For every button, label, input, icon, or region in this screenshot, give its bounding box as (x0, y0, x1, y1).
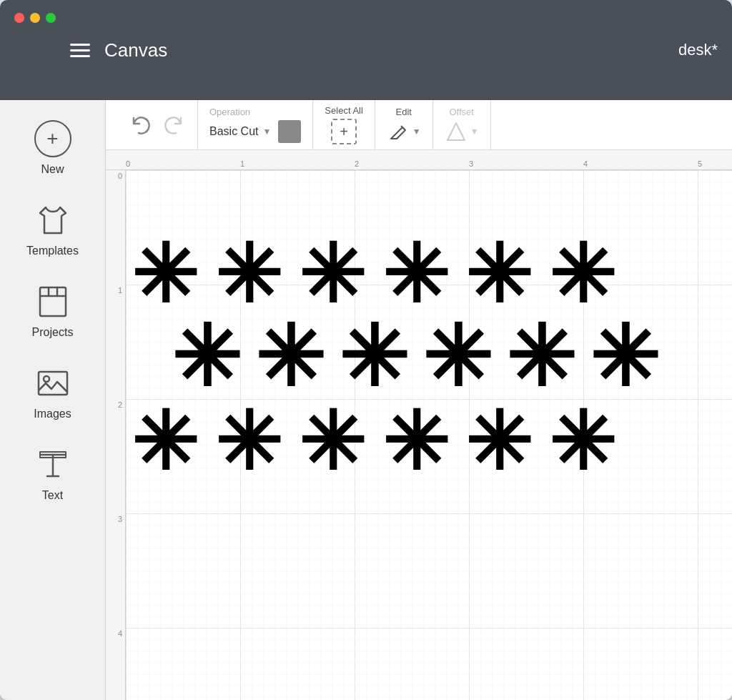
main-layout: + New Templates Projects (0, 100, 732, 700)
svg-rect-4 (39, 372, 67, 395)
plus-circle-icon: + (34, 120, 71, 157)
ruler-left: 0 1 2 3 4 (106, 170, 126, 700)
sidebar-label-text: Text (42, 489, 63, 502)
redo-button[interactable] (160, 111, 189, 139)
svg-text:✳: ✳ (589, 310, 659, 404)
hamburger-menu[interactable] (70, 44, 90, 57)
svg-text:✳: ✳ (548, 230, 615, 320)
color-swatch[interactable] (278, 120, 301, 143)
operation-label: Operation (209, 107, 301, 117)
svg-text:✳: ✳ (548, 398, 615, 487)
operation-value: Basic Cut (209, 125, 258, 138)
ruler-left-mark-2: 2 (118, 400, 122, 409)
svg-text:✳: ✳ (254, 310, 325, 404)
operation-select-wrapper[interactable]: Basic Cut ▼ (209, 125, 271, 138)
ruler-top: 0 1 2 3 4 5 (106, 150, 732, 170)
undo-button[interactable] (126, 111, 154, 139)
svg-text:✳: ✳ (131, 398, 198, 487)
canvas-wrapper: 0 1 2 3 4 5 0 1 2 3 (106, 150, 732, 700)
svg-text:✳: ✳ (382, 398, 449, 487)
sidebar-item-images[interactable]: Images (0, 352, 105, 433)
offset-icon (445, 120, 468, 143)
svg-text:✳: ✳ (382, 230, 449, 320)
close-button[interactable] (14, 13, 24, 23)
traffic-lights (14, 13, 56, 23)
svg-text:✳: ✳ (214, 398, 282, 487)
workspace-name: desk* (678, 41, 718, 59)
undo-redo-group (117, 100, 198, 149)
svg-text:✳: ✳ (298, 230, 365, 320)
undo-icon (130, 115, 150, 135)
svg-point-5 (44, 376, 49, 382)
hamburger-line (70, 44, 90, 46)
maximize-button[interactable] (46, 13, 56, 23)
sidebar-label-templates: Templates (26, 245, 79, 257)
edit-group[interactable]: Edit ▼ (375, 100, 433, 149)
edit-chevron-icon: ▼ (412, 127, 421, 137)
svg-text:✳: ✳ (505, 310, 575, 404)
chevron-down-icon: ▼ (262, 127, 271, 137)
sidebar-item-projects[interactable]: Projects (0, 270, 105, 352)
shirt-icon (34, 202, 71, 239)
svg-text:✳: ✳ (338, 310, 408, 404)
ruler-mark-0: 0 (126, 159, 130, 168)
svg-text:✳: ✳ (131, 230, 198, 320)
redo-icon (164, 115, 184, 135)
operation-select-row: Basic Cut ▼ (209, 120, 301, 143)
sidebar-label-projects: Projects (32, 326, 74, 339)
offset-chevron-icon: ▼ (470, 127, 479, 137)
title-bar: Canvas desk* (0, 0, 732, 100)
text-icon (34, 446, 71, 483)
hamburger-line (70, 55, 90, 57)
ruler-mark-5: 5 (698, 159, 702, 168)
edit-icon (387, 120, 410, 143)
sidebar-label-new: New (41, 163, 64, 176)
ruler-mark-2: 2 (355, 159, 359, 168)
hamburger-line (70, 49, 90, 51)
ruler-left-mark-0: 0 (118, 172, 122, 180)
ruler-top-marks: 0 1 2 3 4 5 (126, 150, 732, 169)
edit-label: Edit (396, 107, 412, 117)
image-icon (34, 365, 71, 402)
canvas-inner: 0 1 2 3 4 (106, 170, 732, 700)
ruler-left-mark-3: 3 (118, 515, 122, 523)
sidebar-item-new[interactable]: + New (0, 107, 105, 189)
ruler-mark-3: 3 (469, 159, 473, 168)
offset-icon-row: ▼ (445, 120, 479, 143)
canvas-grid[interactable]: ✳ ✳ ✳ ✳ ✳ ✳ ✳ ✳ ✳ ✳ ✳ ✳ (126, 170, 732, 700)
svg-text:✳: ✳ (422, 310, 492, 404)
ruler-mark-1: 1 (240, 159, 244, 168)
toolbar: Operation Basic Cut ▼ Select All + (106, 100, 732, 150)
ruler-left-mark-4: 4 (118, 629, 122, 638)
edit-icon-row: ▼ (387, 120, 421, 143)
ruler-mark-4: 4 (583, 159, 588, 168)
svg-text:✳: ✳ (171, 310, 241, 404)
app-title: Canvas (104, 39, 678, 61)
app-window: Canvas desk* + New Templates (0, 0, 732, 700)
sidebar-item-templates[interactable]: Templates (0, 189, 105, 270)
offset-label: Offset (449, 107, 473, 117)
select-all-group[interactable]: Select All + (313, 100, 375, 149)
operation-group: Operation Basic Cut ▼ (198, 100, 313, 149)
select-all-label: Select All (325, 105, 362, 116)
content-area: Operation Basic Cut ▼ Select All + (106, 100, 732, 700)
bookmark-icon (34, 283, 71, 320)
minimize-button[interactable] (30, 13, 40, 23)
svg-text:✳: ✳ (298, 398, 365, 487)
sidebar: + New Templates Projects (0, 100, 106, 700)
svg-marker-7 (447, 123, 465, 140)
offset-group[interactable]: Offset ▼ (433, 100, 491, 149)
sidebar-item-text[interactable]: Text (0, 433, 105, 515)
svg-text:✳: ✳ (465, 230, 532, 320)
sidebar-label-images: Images (34, 408, 71, 420)
svg-text:✳: ✳ (465, 398, 532, 487)
svg-text:✳: ✳ (214, 230, 282, 320)
svg-rect-0 (40, 287, 66, 316)
asterisks-display: ✳ ✳ ✳ ✳ ✳ ✳ ✳ ✳ ✳ ✳ ✳ ✳ (126, 170, 732, 700)
ruler-left-mark-1: 1 (118, 286, 122, 295)
select-all-icon: + (331, 119, 357, 144)
